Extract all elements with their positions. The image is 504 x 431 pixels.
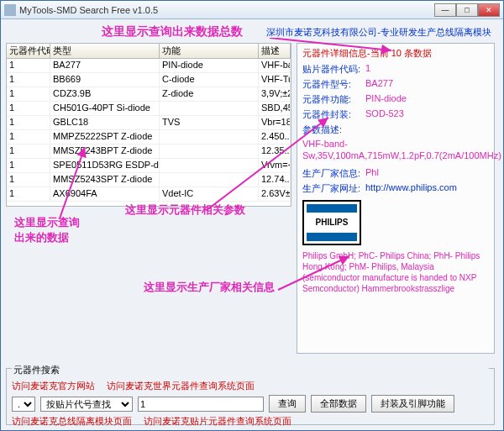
table-cell [160,145,259,158]
chip-code-label: 贴片器件代码: [302,63,365,76]
table-cell: AX6904FA [50,187,160,201]
mfr-desc: Philips GmbH; PhC- Philips China; PhH- P… [302,250,489,294]
mfr-url-value[interactable]: http://www.philips.com [365,182,457,195]
table-cell: TVS [160,116,259,129]
mfr-info-label: 生产厂家信息: [302,167,365,180]
table-cell: SPE0511D53RG ESDP-diode [50,159,160,172]
table-cell: Vdet-IC [160,187,259,201]
table-cell: 1 [7,116,50,129]
link-world[interactable]: 访问麦诺克世界元器件查询系统页面 [107,380,255,392]
mode-select[interactable]: 按贴片代号查找 [40,397,133,412]
table-cell: 1 [7,130,50,144]
col-header[interactable]: 元器件代码 [7,44,50,58]
table-cell: 1 [7,173,50,187]
package-button[interactable]: 封装及引脚功能 [371,395,454,413]
table-cell: CH501G-40PT Si-diode [50,102,160,115]
all-data-button[interactable]: 全部数据 [311,395,366,413]
table-row[interactable]: 1CDZ3.9BZ-diode3,9V;±2 [7,87,291,102]
window-title: MyTools-SMD Search Free v1.0.5 [19,5,434,15]
table-cell: 2.450..2 [259,130,291,144]
minimize-button[interactable]: — [434,3,456,17]
search-legend: 元器件搜索 [12,364,489,376]
link-smd[interactable]: 访问麦诺克贴片元器件查询系统页面 [144,415,291,428]
detail-header: 元器件详细信息-当前 10 条数据 [302,47,489,60]
table-row[interactable]: 1GBLC18TVSVbr=18V [7,116,291,130]
pkg-label: 元器件封装: [302,108,365,121]
mfr-info-value: Phl [365,167,379,180]
table-row[interactable]: 1AX6904FAVdet-IC2.63V±1 [7,187,291,202]
table-cell [160,173,259,187]
table-cell: VHF-Tun [259,73,291,87]
table-cell: 1 [7,87,50,101]
table-cell: 12.74..1 [259,173,291,187]
pkg-value: SOD-523 [365,108,404,121]
app-icon [4,4,16,16]
search-input[interactable] [138,397,264,412]
table-cell: MMSZ5243BPT Z-diode [50,145,160,158]
col-header[interactable]: 功能 [160,44,259,58]
table-cell: Vbr=18V [259,116,291,129]
table-row[interactable]: 1CH501G-40PT Si-diodeSBD,45V [7,102,291,116]
results-table: 元器件代码类型功能描述 1BA277PIN-diodeVHF-ban1BB669… [6,43,291,207]
annotation-params: 这里显示元器件相关参数 [125,202,245,218]
table-row[interactable]: 1MMPZ5222SPT Z-diode2.450..2 [7,130,291,145]
func-value: PIN-diode [365,93,407,106]
link-bus[interactable]: 访问麦诺克总线隔离模块页面 [12,415,132,428]
table-cell: MMSZ5243SPT Z-diode [50,173,160,187]
table-cell: 1 [7,102,50,115]
table-row[interactable]: 1BA277PIN-diodeVHF-ban [7,59,291,73]
desc-label: 参数描述: [302,124,489,136]
table-row[interactable]: 1SPE0511D53RG ESDP-diodeVrvm=+1 [7,159,291,173]
top-annotation: 这里显示查询出来数据总数 [102,24,243,39]
table-cell: 3,9V;±2 [259,87,291,101]
table-cell: CDZ3.9B [50,87,160,101]
table-cell: Z-diode [160,87,259,101]
chip-code-value: 1 [365,63,370,76]
table-cell [160,102,259,115]
table-cell [160,159,259,172]
table-cell: BA277 [50,59,160,72]
table-cell: 1 [7,73,50,87]
company-link[interactable]: 深圳市麦诺克科技有限公司-专业研发生产总线隔离模块 [266,26,491,39]
func-label: 元器件功能: [302,93,365,106]
table-cell: GBLC18 [50,116,160,129]
table-row[interactable]: 1BB669C-diodeVHF-Tun [7,73,291,87]
annotation-data: 这里显示查询 出来的数据 [14,215,80,245]
maximize-button[interactable]: □ [456,3,478,17]
model-label: 元器件型号: [302,78,365,91]
col-header[interactable]: 类型 [50,44,160,58]
search-button[interactable]: 查询 [269,395,306,413]
col-header[interactable]: 描述 [259,44,291,58]
table-cell: 1 [7,145,50,158]
table-cell: Vrvm=+1 [259,159,291,172]
table-cell: 1 [7,159,50,172]
link-official[interactable]: 访问麦诺克官方网站 [12,380,95,392]
lang-select[interactable]: ... [12,397,35,412]
table-cell: BB669 [50,73,160,87]
table-cell: 2.63V±1 [259,187,291,201]
table-cell: 12.35..1 [259,145,291,158]
table-cell [160,130,259,144]
table-cell: 1 [7,187,50,201]
table-cell: C-diode [160,73,259,87]
table-cell: SBD,45V [259,102,291,115]
table-cell: PIN-diode [160,59,259,72]
search-box: 元器件搜索 访问麦诺克官方网站 访问麦诺克世界元器件查询系统页面 ... 按贴片… [6,368,495,425]
model-value: BA277 [365,78,393,91]
annotation-mfr: 这里显示生产厂家相关信息 [144,280,275,295]
table-cell: VHF-ban [259,59,291,72]
table-row[interactable]: 1MMSZ5243BPT Z-diode12.35..1 [7,145,291,159]
desc-value: VHF-band-Sw,35V,100mA,715mW,1.2pF,0.7(2m… [302,138,489,162]
titlebar: MyTools-SMD Search Free v1.0.5 — □ ✕ [1,1,503,19]
table-cell: 1 [7,59,50,72]
detail-panel: 元器件详细信息-当前 10 条数据 贴片器件代码:1 元器件型号:BA277 元… [297,43,495,354]
mfr-logo: PHILIPS [302,200,361,245]
mfr-url-label: 生产厂家网址: [302,182,365,195]
table-row[interactable]: 1MMSZ5243SPT Z-diode12.74..1 [7,173,291,187]
table-cell: MMPZ5222SPT Z-diode [50,130,160,144]
close-button[interactable]: ✕ [478,3,500,17]
